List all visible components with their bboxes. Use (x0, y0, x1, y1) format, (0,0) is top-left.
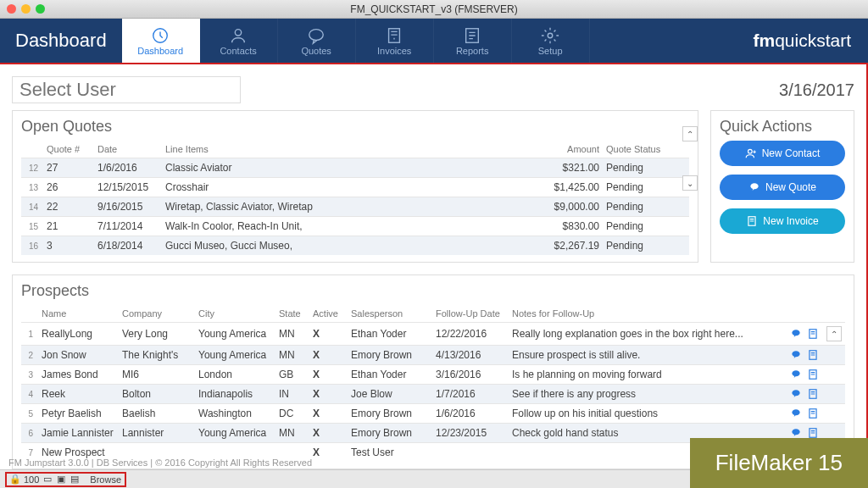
col-name: Name (38, 305, 119, 323)
select-user-input[interactable] (12, 76, 241, 103)
page-date: 3/16/2017 (779, 80, 854, 100)
tab-label: Invoices (377, 46, 411, 56)
layout-icon[interactable]: ▤ (70, 474, 80, 485)
new-invoice-button[interactable]: New Invoice (720, 208, 845, 234)
col-active: Active (309, 305, 348, 323)
zoom-in-icon[interactable]: ▣ (56, 474, 66, 485)
tab-label: Setup (538, 46, 563, 56)
svg-point-15 (792, 390, 799, 396)
invoice-icon[interactable] (806, 328, 820, 340)
quick-actions-title: Quick Actions (720, 118, 845, 136)
tab-dashboard[interactable]: Dashboard (122, 19, 200, 63)
col-date: Date (94, 141, 162, 158)
col-sales: Salesperson (348, 305, 432, 323)
col-notes: Notes for Follow-Up (509, 305, 781, 323)
speech-icon[interactable] (789, 388, 803, 400)
speech-icon[interactable] (789, 349, 803, 361)
table-row[interactable]: 5 Petyr Baelish Baelish Washington DC X … (21, 404, 845, 424)
zoom-out-icon[interactable]: ▭ (42, 474, 53, 485)
zoom-window[interactable] (36, 4, 45, 14)
clock-icon (151, 26, 170, 45)
table-row[interactable]: 2 Jon Snow The Knight's Young America MN… (21, 346, 845, 365)
invoice-icon[interactable] (806, 349, 820, 361)
footer-copyright: FM Jumpstart 3.0.0 | DB Services | © 201… (8, 458, 312, 468)
svg-point-2 (309, 29, 324, 40)
quotes-scroll-up[interactable]: ⌃ (682, 126, 698, 141)
speech-icon[interactable] (789, 328, 803, 340)
col-company: Company (119, 305, 195, 323)
col-quote-num: Quote # (43, 141, 94, 158)
minimize-window[interactable] (21, 4, 31, 14)
page-body: 3/16/2017 Open Quotes Quote # Date Line … (0, 63, 868, 469)
titlebar: FM_QUICKSTART_v3 (FMSERVER) (0, 0, 868, 19)
col-status: Quote Status (603, 141, 670, 158)
svg-point-6 (748, 149, 752, 153)
table-row[interactable]: 1 ReallyLong Very Long Young America MN … (21, 323, 845, 346)
svg-point-11 (792, 351, 799, 357)
quick-actions-panel: Quick Actions New Contact New Quote New … (710, 110, 854, 263)
table-row[interactable]: 12 27 1/6/2016 Classic Aviator $321.00 P… (21, 158, 689, 178)
tab-invoices[interactable]: Invoices (356, 19, 434, 63)
tab-label: Dashboard (137, 46, 183, 56)
svg-point-19 (792, 429, 799, 435)
window-title: FM_QUICKSTART_v3 (FMSERVER) (0, 3, 868, 15)
invoice-icon[interactable] (806, 408, 820, 419)
speech-icon (307, 26, 326, 45)
svg-point-1 (235, 29, 241, 35)
col-follow: Follow-Up Date (432, 305, 509, 323)
open-quotes-title: Open Quotes (21, 118, 689, 136)
lock-icon: 🔒 (10, 474, 20, 485)
invoice-icon (746, 215, 758, 227)
speech-icon[interactable] (789, 408, 803, 419)
prospects-title: Prospects (21, 282, 845, 300)
filemaker-badge: FileMaker 15 (690, 438, 868, 488)
tab-setup[interactable]: Setup (512, 19, 590, 63)
svg-point-13 (792, 370, 799, 376)
close-window[interactable] (7, 4, 16, 14)
tab-reports[interactable]: Reports (434, 19, 512, 63)
svg-point-5 (548, 33, 553, 38)
prospects-scroll-up[interactable]: ⌃ (826, 326, 842, 341)
svg-point-9 (792, 330, 799, 336)
tab-contacts[interactable]: Contacts (200, 19, 278, 63)
person-icon (229, 26, 248, 45)
tab-label: Reports (456, 46, 489, 56)
tab-quotes[interactable]: Quotes (278, 19, 356, 63)
speech-icon[interactable] (789, 369, 803, 380)
tab-label: Quotes (301, 46, 331, 56)
col-state: State (275, 305, 309, 323)
navbar: Dashboard Dashboard Contacts Quotes Invo… (0, 19, 868, 63)
gear-icon (541, 26, 559, 45)
col-amount: Amount (535, 141, 603, 158)
zoom-level[interactable]: 100 (24, 474, 39, 485)
report-icon (463, 26, 481, 45)
invoice-icon[interactable] (806, 369, 820, 380)
table-row[interactable]: 4 Reek Bolton Indianapolis IN X Joe Blow… (21, 385, 845, 404)
table-row[interactable]: 15 21 7/11/2014 Walk-In Coolor, Reach-In… (21, 217, 689, 236)
speech-icon (748, 181, 760, 193)
open-quotes-table: Quote # Date Line Items Amount Quote Sta… (21, 141, 689, 255)
table-row[interactable]: 16 3 6/18/2014 Gucci Museo, Gucci Museo,… (21, 236, 689, 256)
invoice-icon (385, 26, 403, 45)
new-quote-button[interactable]: New Quote (720, 175, 845, 200)
brand-logo: fmquickstart (736, 19, 868, 63)
col-city: City (195, 305, 275, 323)
svg-point-7 (750, 183, 758, 189)
svg-rect-3 (389, 28, 400, 42)
invoice-icon[interactable] (806, 427, 820, 439)
brand-title: Dashboard (0, 19, 122, 63)
speech-icon[interactable] (789, 427, 803, 439)
invoice-icon[interactable] (806, 388, 820, 400)
table-row[interactable]: 14 22 9/16/2015 Wiretap, Classic Aviator… (21, 197, 689, 217)
mode-label[interactable]: Browse (90, 474, 121, 485)
open-quotes-panel: Open Quotes Quote # Date Line Items Amou… (12, 110, 698, 263)
quotes-scroll-down[interactable]: ⌄ (682, 175, 698, 191)
add-person-icon (745, 147, 757, 159)
table-row[interactable]: 3 James Bond MI6 London GB X Ethan Yoder… (21, 365, 845, 385)
tab-label: Contacts (220, 46, 256, 56)
svg-point-17 (792, 409, 799, 415)
new-contact-button[interactable]: New Contact (720, 141, 845, 166)
table-row[interactable]: 13 26 12/15/2015 Crosshair $1,425.00 Pen… (21, 178, 689, 197)
col-items: Line Items (162, 141, 535, 158)
